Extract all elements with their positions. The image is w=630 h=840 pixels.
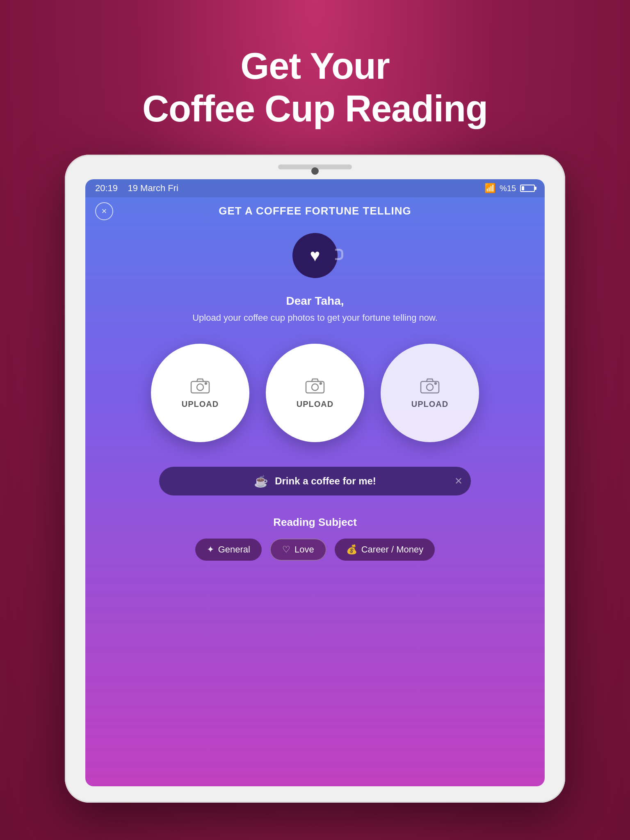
upload-circle-1[interactable]: UPLOAD <box>151 344 249 442</box>
svg-point-7 <box>427 384 433 390</box>
status-date: 19 March Fri <box>128 183 178 193</box>
camera-icon-1 <box>190 377 210 394</box>
drink-button-text: Drink a coffee for me! <box>275 475 376 487</box>
close-button-icon: × <box>102 206 107 217</box>
title-line1: Get Your <box>240 46 390 87</box>
reading-subject-title: Reading Subject <box>273 516 357 529</box>
drink-button[interactable]: ☕ Drink a coffee for me! ✕ <box>159 467 471 495</box>
svg-point-1 <box>197 384 203 390</box>
ipad-camera <box>311 167 319 175</box>
drink-close-icon[interactable]: ✕ <box>454 475 463 487</box>
heart-icon: ♥ <box>310 246 320 265</box>
battery-icon <box>520 185 535 192</box>
status-right: 📶 %15 <box>484 183 535 194</box>
screen-header: × GET A COFFEE FORTUNE TELLING <box>85 197 545 225</box>
upload-circle-2[interactable]: UPLOAD <box>266 344 364 442</box>
camera-icon-3 <box>420 377 440 394</box>
love-icon: ♡ <box>282 544 290 555</box>
greeting-text: Dear Taha, <box>286 294 344 308</box>
screen-title: GET A COFFEE FORTUNE TELLING <box>219 205 411 217</box>
svg-point-5 <box>320 383 322 384</box>
svg-point-4 <box>312 384 318 390</box>
status-time: 20:19 <box>95 183 118 193</box>
career-label: Career / Money <box>361 544 424 555</box>
svg-point-8 <box>435 383 436 384</box>
reading-subject-section: Reading Subject ✦ General ♡ Love 💰 Caree… <box>195 516 435 561</box>
upload-label-3: UPLOAD <box>411 399 448 409</box>
general-label: General <box>218 544 250 555</box>
upload-circle-3[interactable]: UPLOAD <box>381 344 479 442</box>
close-button[interactable]: × <box>95 202 113 220</box>
upload-label-1: UPLOAD <box>182 399 219 409</box>
subject-pill-career[interactable]: 💰 Career / Money <box>335 539 435 561</box>
upload-label-2: UPLOAD <box>297 399 333 409</box>
battery-percent: %15 <box>500 184 516 193</box>
general-icon: ✦ <box>207 544 214 555</box>
status-time-date: 20:19 19 March Fri <box>95 183 178 194</box>
coffee-drink-icon: ☕ <box>254 475 268 488</box>
battery-fill <box>522 186 524 190</box>
page-title: Get Your Coffee Cup Reading <box>142 45 488 130</box>
title-line2: Coffee Cup Reading <box>142 88 488 129</box>
coffee-cup-icon: ♥ <box>292 233 338 278</box>
wifi-icon: 📶 <box>484 183 495 194</box>
subject-pill-general[interactable]: ✦ General <box>195 539 262 561</box>
drink-button-wrapper: ☕ Drink a coffee for me! ✕ <box>159 467 471 495</box>
subject-pills: ✦ General ♡ Love 💰 Career / Money <box>195 539 435 561</box>
status-bar: 20:19 19 March Fri 📶 %15 <box>85 179 545 197</box>
career-icon: 💰 <box>346 544 357 555</box>
ipad-screen: 20:19 19 March Fri 📶 %15 × GET A COFFEE … <box>85 179 545 786</box>
love-label: Love <box>294 544 314 555</box>
greeting-subtext: Upload your coffee cup photos to get you… <box>168 313 462 323</box>
ipad-top-bar <box>65 155 565 179</box>
subject-pill-love[interactable]: ♡ Love <box>270 539 326 561</box>
camera-icon-2 <box>305 377 325 394</box>
ipad-frame: 20:19 19 March Fri 📶 %15 × GET A COFFEE … <box>65 155 565 803</box>
svg-point-2 <box>205 383 207 384</box>
cup-handle <box>335 249 343 260</box>
upload-row: UPLOAD UPLOAD UPLOAD <box>151 344 479 442</box>
